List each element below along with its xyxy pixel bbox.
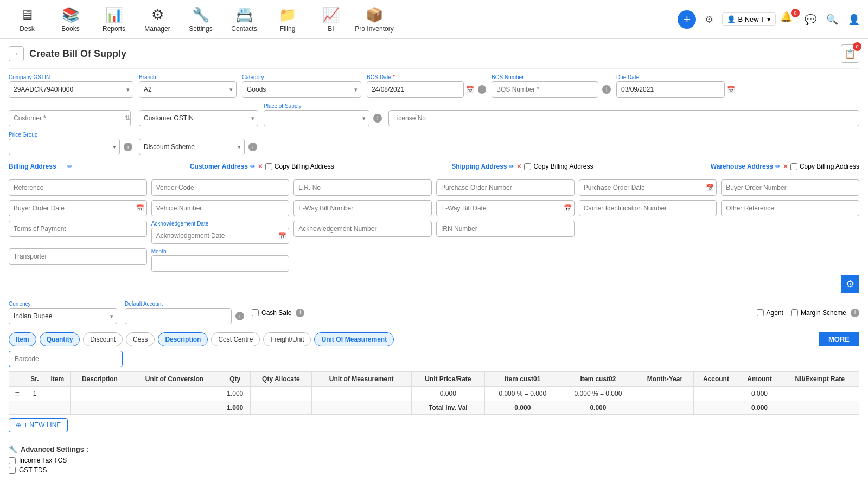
month-input[interactable] <box>151 255 290 272</box>
price-group-info-icon[interactable]: i <box>124 143 132 151</box>
customer-address-link[interactable]: Customer Address <box>190 163 248 170</box>
customer-address-copy-checkbox[interactable] <box>265 163 272 170</box>
vehicle-number-input[interactable] <box>151 200 290 216</box>
purchase-order-date-cal-icon[interactable]: 📅 <box>706 184 714 191</box>
shipping-address-link[interactable]: Shipping Address <box>451 163 507 170</box>
row-item-cust02[interactable]: 0.000 % = 0.000 <box>560 387 636 401</box>
purchase-order-date-input[interactable] <box>579 179 717 196</box>
warehouse-address-copy-checkbox[interactable] <box>790 163 797 170</box>
carrier-id-input[interactable] <box>579 200 717 216</box>
transporter-input[interactable] <box>9 248 147 265</box>
bos-number-info-icon[interactable]: i <box>602 85 611 94</box>
default-account-input[interactable] <box>125 308 232 324</box>
chat-button[interactable]: 💬 <box>802 11 819 28</box>
category-select[interactable]: Goods <box>242 81 361 98</box>
discount-scheme-info-icon[interactable]: i <box>248 143 257 151</box>
customer-gstin-select[interactable]: Customer GSTIN <box>139 110 258 126</box>
buyer-order-date-cal-icon[interactable]: 📅 <box>136 204 144 212</box>
shipping-address-delete-icon[interactable]: ✕ <box>516 163 522 170</box>
lr-no-input[interactable] <box>293 179 432 196</box>
settings-gear-button[interactable]: ⚙ <box>700 11 718 28</box>
acknowledgement-date-input[interactable] <box>151 228 290 244</box>
branch-select[interactable]: A2 <box>139 81 237 98</box>
tab-freight-unit[interactable]: Freight/Unit <box>263 332 311 346</box>
terms-of-payment-input[interactable] <box>9 221 147 237</box>
customer-address-delete-icon[interactable]: ✕ <box>258 163 263 170</box>
license-no-input[interactable] <box>388 110 859 126</box>
buyer-order-date-input[interactable] <box>9 200 147 216</box>
nav-bi[interactable]: 📈 BI <box>309 3 353 36</box>
add-button[interactable]: + <box>678 10 696 29</box>
row-handle[interactable]: ≡ <box>9 387 25 401</box>
ack-date-cal-icon[interactable]: 📅 <box>278 232 286 240</box>
bos-date-cal-icon[interactable]: 📅 <box>466 86 474 93</box>
tab-unit-of-measurement[interactable]: Unit Of Measurement <box>314 332 394 346</box>
warehouse-address-edit-icon[interactable]: ✏ <box>775 163 781 170</box>
row-unit-of-measurement[interactable] <box>311 387 411 401</box>
shipping-address-copy-checkbox[interactable] <box>524 163 531 170</box>
agent-checkbox[interactable] <box>757 309 764 316</box>
profile-button[interactable]: 👤 <box>845 11 863 28</box>
nav-books[interactable]: 📚 Books <box>49 3 92 36</box>
row-description[interactable] <box>71 387 129 401</box>
purchase-order-number-input[interactable] <box>436 179 575 196</box>
tab-cost-centre[interactable]: Cost Centre <box>211 332 260 346</box>
vendor-code-input[interactable] <box>151 179 290 196</box>
tab-cess[interactable]: Cess <box>126 332 155 346</box>
eway-bill-date-cal-icon[interactable]: 📅 <box>564 204 572 212</box>
due-date-input[interactable] <box>616 81 725 98</box>
customer-input[interactable] <box>9 110 131 126</box>
price-group-select[interactable] <box>9 139 120 155</box>
row-qty-allocate[interactable] <box>250 387 311 401</box>
nav-contacts[interactable]: 📇 Contacts <box>222 3 266 36</box>
default-account-info-icon[interactable]: i <box>235 312 244 320</box>
bos-date-info-icon[interactable]: i <box>478 85 486 94</box>
place-of-supply-info-icon[interactable]: i <box>373 114 382 123</box>
shipping-address-edit-icon[interactable]: ✏ <box>509 163 514 170</box>
eway-bill-date-input[interactable] <box>436 200 575 216</box>
billing-edit-icon[interactable]: ✏ <box>67 163 73 170</box>
place-of-supply-select[interactable] <box>264 110 369 126</box>
more-button[interactable]: MORE <box>819 332 859 346</box>
new-line-button[interactable]: ⊕ + NEW LINE <box>9 418 68 432</box>
row-account[interactable] <box>694 387 738 401</box>
irn-number-input[interactable] <box>436 221 575 237</box>
eway-bill-number-input[interactable] <box>293 200 432 216</box>
row-qty[interactable]: 1.000 <box>220 387 250 401</box>
back-button[interactable]: ‹ <box>9 46 24 61</box>
nav-filing[interactable]: 📁 Filing <box>266 3 309 36</box>
nav-pro-inventory[interactable]: 📦 Pro Inventory <box>353 3 396 36</box>
warehouse-address-link[interactable]: Warehouse Address <box>711 163 773 170</box>
agent-group[interactable]: Agent <box>757 309 783 317</box>
customer-address-edit-icon[interactable]: ✏ <box>250 163 256 170</box>
gst-tds-checkbox[interactable] <box>9 467 16 474</box>
company-gstin-select[interactable]: 29AADCK7940H000 <box>9 81 133 98</box>
margin-scheme-group[interactable]: Margin Scheme i <box>791 309 859 317</box>
acknowledgement-number-input[interactable] <box>293 221 432 237</box>
cash-sale-group[interactable]: Cash Sale i <box>252 309 304 317</box>
discount-scheme-select[interactable]: Discount Scheme <box>139 139 245 155</box>
billing-address-link[interactable]: Billing Address <box>9 163 56 170</box>
bos-number-input[interactable] <box>492 81 598 98</box>
form-gear-button[interactable]: ⚙ <box>841 275 859 293</box>
income-tax-tcs-checkbox[interactable] <box>9 457 16 464</box>
header-action-button[interactable]: 📋 0 <box>841 44 859 63</box>
currency-select[interactable]: Indian Rupee <box>9 308 117 324</box>
other-reference-input[interactable] <box>721 200 859 216</box>
notification-button[interactable]: 🔔 0 <box>780 11 797 28</box>
margin-scheme-info-icon[interactable]: i <box>851 309 859 317</box>
cash-sale-info-icon[interactable]: i <box>296 309 304 317</box>
tab-quantity[interactable]: Quantity <box>40 332 80 346</box>
tab-discount[interactable]: Discount <box>83 332 123 346</box>
margin-scheme-checkbox[interactable] <box>791 309 798 316</box>
nav-manager[interactable]: ⚙ Manager <box>136 3 179 36</box>
bos-date-input[interactable] <box>367 81 464 98</box>
row-nil-exempt[interactable] <box>781 387 859 401</box>
row-month-year[interactable] <box>636 387 694 401</box>
due-date-cal-icon[interactable]: 📅 <box>727 86 735 93</box>
reference-input[interactable] <box>9 179 147 196</box>
row-unit-conversion[interactable] <box>129 387 220 401</box>
income-tax-tcs-item[interactable]: Income Tax TCS <box>9 457 859 464</box>
tab-item[interactable]: Item <box>9 332 36 346</box>
user-menu[interactable]: 👤 B New T ▾ <box>722 12 776 26</box>
